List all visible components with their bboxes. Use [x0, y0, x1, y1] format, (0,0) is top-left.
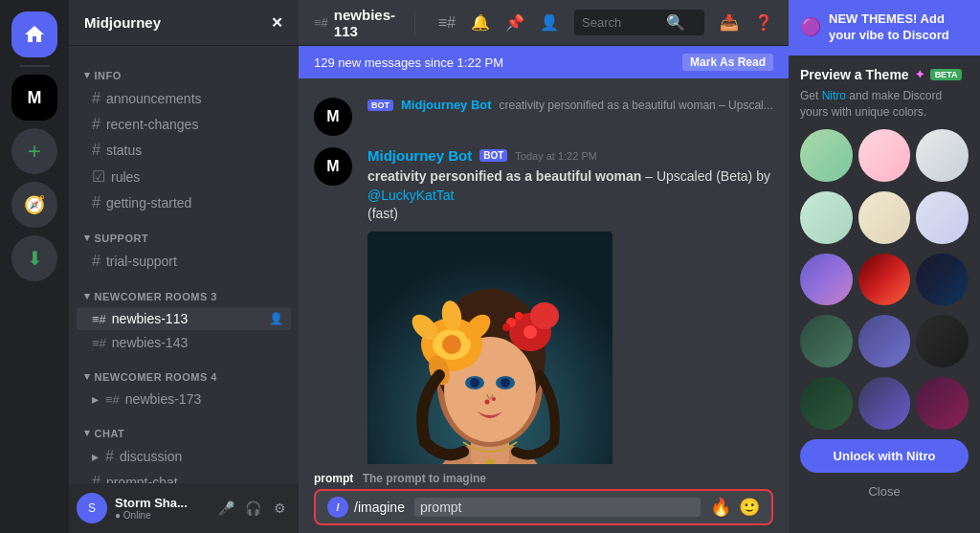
- server-icon-add[interactable]: +: [11, 128, 57, 174]
- prompt-text-input[interactable]: [414, 498, 701, 517]
- channel-name: announcements: [106, 91, 283, 106]
- generated-image: [368, 232, 612, 464]
- channel-name: newbies-173: [125, 391, 283, 407]
- svg-point-9: [501, 378, 510, 388]
- svg-point-18: [530, 302, 559, 329]
- theme-swatch[interactable]: [800, 191, 853, 244]
- notification-icon[interactable]: 🔔: [471, 13, 490, 32]
- channel-rules[interactable]: ☑ rules: [77, 164, 291, 189]
- username: Storm Sha...: [115, 496, 207, 510]
- channel-name: newbies-113: [112, 311, 263, 326]
- mark-as-read-button[interactable]: Mark As Read: [682, 54, 773, 71]
- chat-header: ≡# newbies-113 Bot room for ne... ≡# 🔔 📌…: [299, 0, 789, 46]
- bullet: ▸: [92, 449, 100, 464]
- theme-swatch[interactable]: [858, 315, 911, 367]
- theme-swatch[interactable]: [916, 129, 969, 182]
- theme-swatch[interactable]: [800, 377, 853, 430]
- message-author: Midjourney Bot: [368, 147, 472, 164]
- theme-swatch[interactable]: [800, 129, 853, 182]
- user-area: S Storm Sha... ● Online 🎤 🎧 ⚙: [69, 483, 299, 533]
- server-icon-explore[interactable]: 🧭: [11, 182, 57, 228]
- message-content: BOT Midjourney Bot creativity personifie…: [368, 98, 773, 114]
- forum-icon: ≡#: [92, 336, 106, 350]
- emoji-icon[interactable]: 🙂: [739, 497, 760, 518]
- channel-name: discussion: [120, 449, 283, 464]
- theme-swatch[interactable]: [858, 254, 911, 306]
- channel-name: getting-started: [106, 195, 283, 211]
- svg-point-24: [492, 397, 496, 401]
- help-icon[interactable]: ❓: [754, 13, 773, 32]
- channel-discussion[interactable]: ▸ # discussion: [77, 444, 291, 469]
- slash-icon: /: [327, 497, 348, 518]
- theme-swatch[interactable]: [916, 191, 969, 244]
- channel-announcements[interactable]: # announcements: [77, 86, 291, 111]
- channel-newbies-113[interactable]: ≡# newbies-113 👤: [77, 307, 291, 330]
- channel-newbies-143[interactable]: ≡# newbies-143: [77, 331, 291, 354]
- deafen-button[interactable]: 🎧: [241, 497, 264, 520]
- search-bar[interactable]: 🔍: [574, 10, 704, 35]
- channel-recent-changes[interactable]: # recent-changes: [77, 112, 291, 137]
- pin-icon[interactable]: 📌: [505, 13, 524, 32]
- mute-button[interactable]: 🎤: [214, 497, 237, 520]
- theme-swatch[interactable]: [800, 315, 853, 367]
- close-panel-button[interactable]: Close: [800, 480, 969, 502]
- category-newcomer-rooms-3[interactable]: ▾ NEWCOMER ROOMS 3: [69, 275, 299, 306]
- prompt-description: The prompt to imagine: [363, 472, 486, 485]
- bullet: ▸: [92, 391, 100, 407]
- mention-link[interactable]: @LuckyKatTat: [368, 188, 454, 203]
- avatar-char: M: [326, 158, 339, 175]
- new-messages-text: 129 new messages since 1:22 PM: [314, 56, 503, 70]
- server-icon-download[interactable]: ⬇: [11, 235, 57, 281]
- category-support[interactable]: ▾ SUPPORT: [69, 216, 299, 248]
- theme-swatch[interactable]: [800, 254, 853, 306]
- list-item: M Midjourney Bot BOT Today at 1:22 PM cr…: [314, 147, 773, 464]
- channel-trial-support[interactable]: # trial-support: [77, 249, 291, 274]
- threads-icon[interactable]: ≡#: [438, 14, 456, 32]
- chat-area: ≡# newbies-113 Bot room for ne... ≡# 🔔 📌…: [299, 0, 789, 533]
- prompt-label-bold: prompt: [314, 472, 353, 485]
- search-icon: 🔍: [666, 13, 685, 32]
- nitro-link[interactable]: Nitro: [822, 89, 846, 102]
- unlock-nitro-button[interactable]: Unlock with Nitro: [800, 439, 969, 473]
- server-icon-home[interactable]: [11, 11, 57, 57]
- theme-swatch[interactable]: [916, 377, 969, 430]
- category-label: INFO: [95, 70, 122, 81]
- server-name: Midjourney: [84, 14, 161, 31]
- inbox-icon[interactable]: 📥: [720, 13, 739, 32]
- nitro-gift-icon[interactable]: 🔥: [710, 497, 731, 518]
- theme-grid-row2: [800, 191, 969, 244]
- avatar: S: [77, 493, 107, 523]
- channel-icon: ≡#: [314, 15, 328, 30]
- bot-badge: BOT: [479, 149, 507, 162]
- svg-point-12: [442, 335, 461, 354]
- avatar: M: [314, 98, 352, 136]
- hash-icon: #: [92, 116, 100, 133]
- beta-badge: BETA: [930, 69, 963, 80]
- nitro-banner: 🟣 NEW THEMES! Add your vibe to Discord: [789, 0, 980, 56]
- theme-swatch[interactable]: [858, 191, 911, 244]
- nitro-header-text: NEW THEMES! Add your vibe to Discord: [829, 11, 969, 44]
- channel-newbies-173[interactable]: ▸ ≡# newbies-173: [77, 388, 291, 411]
- message-bold-text: creativity personified as a beautiful wo…: [368, 168, 641, 184]
- channel-name: recent-changes: [106, 117, 283, 132]
- category-chevron: ▾: [84, 69, 91, 81]
- theme-swatch[interactable]: [916, 254, 969, 306]
- settings-button[interactable]: ⚙: [268, 497, 291, 520]
- theme-swatch[interactable]: [916, 315, 969, 367]
- channel-status[interactable]: # status: [77, 138, 291, 163]
- category-newcomer-rooms-4[interactable]: ▾ NEWCOMER ROOMS 4: [69, 355, 299, 387]
- theme-swatch[interactable]: [858, 377, 911, 430]
- category-chat[interactable]: ▾ CHAT: [69, 411, 299, 443]
- members-icon[interactable]: 👤: [540, 13, 559, 32]
- message-subtext: – Upscaled (Beta) by: [645, 168, 770, 184]
- server-header[interactable]: Midjourney ✕: [69, 0, 299, 46]
- channel-prompt-chat[interactable]: # prompt-chat: [77, 470, 291, 483]
- theme-swatch[interactable]: [858, 129, 911, 182]
- server-icon-midjourney[interactable]: M: [11, 75, 57, 121]
- search-input[interactable]: [582, 15, 658, 30]
- channel-name: trial-support: [106, 254, 283, 269]
- message-author: Midjourney Bot: [401, 98, 492, 112]
- channel-getting-started[interactable]: # getting-started: [77, 190, 291, 215]
- category-info[interactable]: ▾ INFO: [69, 54, 299, 85]
- prompt-label: prompt The prompt to imagine: [314, 472, 773, 485]
